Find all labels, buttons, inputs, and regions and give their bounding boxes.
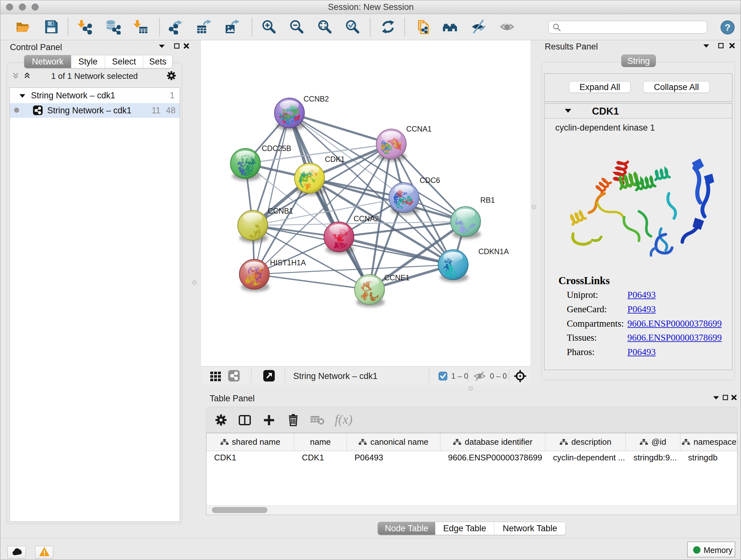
tab-edge-table[interactable]: Edge Table [435, 522, 494, 535]
panel-close-icon[interactable] [728, 42, 736, 50]
import-network-file-icon[interactable] [77, 19, 92, 35]
panel-maximize-icon[interactable] [173, 42, 181, 50]
string-settings-icon[interactable] [228, 370, 240, 382]
delete-table-icon[interactable] [311, 415, 325, 425]
home-networks-icon[interactable] [442, 19, 458, 35]
network-row[interactable]: String Network – cdk1 11 48 [10, 103, 180, 118]
crosslink-value-link[interactable]: 9606.ENSP00000378699 [627, 318, 722, 329]
network-node-HIST1H1A[interactable] [239, 259, 270, 292]
network-node-RB1[interactable] [451, 206, 481, 239]
clone-network-icon[interactable] [415, 19, 431, 35]
memory-button[interactable]: Memory [687, 542, 735, 557]
help-icon[interactable]: ? [720, 20, 735, 35]
refresh-layout-icon[interactable] [381, 19, 396, 35]
cell-@id[interactable]: stringdb:9... [626, 451, 680, 463]
column-header-shared-name[interactable]: shared name [206, 433, 294, 451]
network-node-CDK1[interactable] [294, 163, 325, 196]
zoom-fit-icon[interactable] [317, 19, 332, 35]
expand-all-button[interactable]: Expand All [569, 81, 630, 93]
column-header-namespace[interactable]: namespace [680, 433, 738, 451]
tab-sets[interactable]: Sets [143, 55, 172, 68]
network-node-CCNB1[interactable] [238, 210, 268, 243]
tab-select[interactable]: Select [105, 55, 143, 68]
cell-namespace[interactable]: stringdb [680, 451, 738, 463]
network-node-CDKN1A[interactable] [438, 250, 468, 282]
cell-shared-name[interactable]: CDK1 [206, 451, 294, 463]
network-node-CCNA2[interactable] [324, 222, 354, 254]
panel-float-icon[interactable] [702, 42, 711, 50]
panel-float-icon[interactable] [158, 42, 166, 50]
collapse-node-icon[interactable] [564, 108, 571, 114]
panel-maximize-icon[interactable] [717, 42, 725, 50]
delete-column-icon[interactable] [287, 414, 300, 426]
panel-close-icon[interactable] [182, 42, 191, 50]
network-collection-row[interactable]: String Network – cdk1 1 [10, 89, 180, 103]
selected-checkbox-icon[interactable] [439, 372, 448, 381]
export-table-icon[interactable] [196, 19, 211, 35]
open-session-icon[interactable] [15, 19, 30, 35]
fit-selection-crosshair-icon[interactable] [514, 370, 526, 382]
control-panel: Control Panel NetworkStyleSelectSets 1 o… [2, 40, 190, 538]
crosslink-value-link[interactable]: 9606.ENSP00000378699 [627, 332, 722, 343]
tree-expand-icon[interactable] [19, 93, 25, 98]
add-column-icon[interactable] [263, 414, 275, 427]
node-result-content: cyclin-dependent kinase 1 CrossLinks Uni… [544, 118, 732, 370]
show-all-icon[interactable] [499, 19, 515, 35]
tab-style[interactable]: Style [71, 55, 105, 68]
zoom-out-icon[interactable] [289, 19, 304, 35]
column-header-canonical-name[interactable]: canonical name [347, 433, 441, 451]
open-in-browser-icon[interactable] [263, 370, 275, 382]
table-horizontal-scrollbar[interactable] [207, 505, 737, 514]
search-input[interactable] [564, 22, 705, 33]
node-result-header[interactable]: CDK1 [544, 104, 732, 118]
tab-node-table[interactable]: Node Table [378, 522, 435, 535]
column-header-@id[interactable]: @id [626, 433, 680, 451]
table-row[interactable]: CDK1CDK1P064939606.ENSP00000378699cyclin… [206, 451, 737, 463]
right-splitter-handle[interactable] [532, 205, 536, 209]
column-header-database-identifier[interactable]: database identifier [441, 433, 545, 451]
save-session-icon[interactable] [44, 19, 59, 35]
export-image-icon[interactable] [224, 19, 239, 35]
bottom-splitter-handle[interactable] [468, 386, 473, 391]
string-network-icon [33, 105, 43, 115]
panel-maximize-icon[interactable] [721, 393, 730, 401]
show-column-panel-icon[interactable] [239, 414, 251, 427]
cell-database-identifier[interactable]: 9606.ENSP00000378699 [441, 451, 545, 463]
cell-description[interactable]: cyclin-dependent ... [545, 451, 626, 463]
network-node-CCNB2[interactable] [274, 98, 305, 131]
collapse-all-button[interactable]: Collapse All [643, 81, 710, 93]
tab-network-table[interactable]: Network Table [494, 522, 565, 535]
network-node-CDC6[interactable] [389, 183, 419, 215]
left-splitter-handle[interactable] [192, 280, 197, 285]
hide-selected-icon[interactable] [471, 19, 486, 35]
table-options-gear-icon[interactable] [215, 414, 227, 426]
cloud-button[interactable] [7, 546, 26, 558]
network-node-CCNA1[interactable] [376, 129, 407, 162]
shared-column-icon [639, 439, 648, 445]
network-options-gear-icon[interactable] [166, 71, 176, 80]
network-canvas[interactable]: CCNB2CCNA1CDC25BCDK1CDC6RB1CCNB1CCNA2CDK… [201, 40, 530, 366]
birdseye-grid-icon[interactable] [210, 370, 221, 382]
crosslink-value-link[interactable]: P06493 [627, 347, 656, 357]
column-header-description[interactable]: description [545, 433, 626, 451]
crosslink-value-link[interactable]: P06493 [627, 304, 656, 314]
warnings-button[interactable] [35, 546, 53, 558]
panel-float-icon[interactable] [712, 393, 720, 401]
import-table-file-icon[interactable] [133, 19, 148, 35]
cell-name[interactable]: CDK1 [294, 451, 347, 463]
tab-network[interactable]: Network [24, 55, 71, 68]
scrollbar-thumb[interactable] [212, 507, 267, 513]
function-builder-icon[interactable]: f(x) [333, 413, 359, 428]
crosslink-value-link[interactable]: P06493 [627, 290, 656, 300]
zoom-in-icon[interactable] [261, 19, 276, 35]
network-node-CCNE1[interactable] [354, 274, 385, 307]
window-title: Session: New Session [0, 2, 741, 12]
panel-close-icon[interactable] [730, 393, 738, 401]
column-header-name[interactable]: name [294, 433, 347, 451]
export-network-icon[interactable] [168, 19, 184, 35]
zoom-selected-icon[interactable] [345, 19, 360, 35]
network-node-CDC25B[interactable] [230, 148, 261, 181]
cell-canonical-name[interactable]: P06493 [347, 451, 441, 463]
tab-string[interactable]: String [621, 55, 656, 67]
import-network-database-icon[interactable] [105, 19, 121, 35]
